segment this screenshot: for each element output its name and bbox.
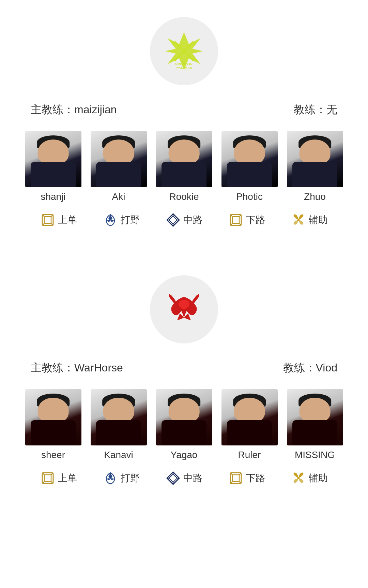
player-card-aki: Aki [88, 131, 149, 202]
nip-logo-icon: NINJAS IN PYJAMAS [160, 27, 208, 75]
nip-role-support-label: 辅助 [309, 214, 328, 226]
jdg-coaching-row: 主教练：WarHorse 教练：Viod [14, 354, 354, 382]
svg-rect-38 [232, 475, 239, 482]
nip-team-section: NINJAS IN PYJAMAS 主教练：maizijian 教练：无 sha… [0, 0, 368, 238]
nip-role-support: 辅助 [291, 212, 328, 227]
svg-point-43 [297, 477, 300, 479]
player-name-sheer: sheer [41, 450, 65, 460]
nip-logo-circle: NINJAS IN PYJAMAS [150, 17, 218, 85]
player-card-ruler: Ruler [219, 389, 280, 460]
player-card-yagao: Yagao [153, 389, 215, 460]
top-lane-icon [40, 212, 55, 227]
player-name-rookie: Rookie [169, 191, 199, 202]
player-card-kanavi: Kanavi [88, 389, 149, 460]
jdg-top-lane-icon [40, 471, 55, 486]
nip-roles-row: 上单 打野 [14, 202, 354, 238]
support-icon [291, 212, 306, 227]
nip-role-jungle: 打野 [103, 212, 140, 227]
nip-logo-container: NINJAS IN PYJAMAS [14, 0, 354, 95]
player-photo-yagao [156, 389, 212, 445]
jdg-role-bot-label: 下路 [246, 472, 265, 485]
player-card-missing: MISSING [284, 389, 346, 460]
mid-lane-icon [166, 212, 181, 227]
nip-players-row: shanji Aki Rookie [14, 124, 354, 202]
nip-role-jungle-label: 打野 [121, 214, 140, 226]
player-card-shanji: shanji [22, 131, 84, 202]
player-name-photic: Photic [236, 191, 263, 202]
player-photo-ruler [221, 389, 278, 445]
player-photo-sheer [25, 389, 81, 445]
player-card-zhuo: Zhuo [284, 131, 346, 202]
player-name-yagao: Yagao [171, 450, 198, 460]
bot-lane-icon [228, 212, 243, 227]
player-name-zhuo: Zhuo [304, 191, 326, 202]
player-card-rookie: Rookie [153, 131, 215, 202]
jdg-role-jungle: 打野 [103, 471, 140, 486]
jdg-team-section: 主教练：WarHorse 教练：Viod sheer [0, 258, 368, 496]
nip-role-bot: 下路 [228, 212, 265, 227]
nip-role-top: 上单 [40, 212, 77, 227]
player-name-missing: MISSING [295, 450, 335, 460]
nip-role-top-label: 上单 [58, 214, 77, 226]
player-photo-kanavi [91, 389, 147, 445]
jdg-coach-info: 教练：Viod [283, 361, 337, 376]
jdg-role-support: 辅助 [291, 471, 328, 486]
player-name-ruler: Ruler [238, 450, 261, 460]
team-divider [0, 238, 368, 258]
player-photo-zhuo [287, 131, 343, 187]
svg-point-24 [297, 219, 300, 221]
player-name-kanavi: Kanavi [104, 450, 133, 460]
jungle-icon [103, 212, 118, 227]
svg-rect-26 [44, 475, 51, 482]
player-photo-rookie [156, 131, 212, 187]
jdg-jungle-icon [103, 471, 118, 486]
nip-role-bot-label: 下路 [246, 214, 265, 226]
jdg-support-icon [291, 471, 306, 486]
jdg-logo-container [14, 258, 354, 354]
player-photo-missing [287, 389, 343, 445]
nip-coaching-row: 主教练：maizijian 教练：无 [14, 95, 354, 124]
jdg-roles-row: 上单 打野 [14, 460, 354, 496]
jdg-role-mid-label: 中路 [183, 472, 202, 485]
jdg-logo-circle [150, 275, 218, 343]
jdg-mid-lane-icon [166, 471, 181, 486]
jdg-role-bot: 下路 [228, 471, 265, 486]
player-photo-shanji [25, 131, 81, 187]
player-name-shanji: shanji [41, 191, 65, 202]
jdg-role-top-label: 上单 [58, 472, 77, 485]
player-photo-aki [91, 131, 147, 187]
jdg-bot-lane-icon [228, 471, 243, 486]
nip-role-mid-label: 中路 [183, 214, 202, 226]
svg-rect-19 [232, 217, 239, 223]
jdg-head-coach-info: 主教练：WarHorse [31, 361, 123, 376]
nip-head-coach-label: 主教练：maizijian [31, 102, 117, 117]
jdg-logo-icon [157, 292, 211, 326]
player-name-aki: Aki [112, 191, 125, 202]
jdg-role-support-label: 辅助 [309, 472, 328, 485]
nip-coach-label: 教练：无 [294, 102, 337, 117]
jdg-players-row: sheer Kanavi Yagao [14, 382, 354, 460]
svg-rect-7 [44, 217, 51, 223]
jdg-role-jungle-label: 打野 [121, 472, 140, 485]
jdg-role-mid: 中路 [166, 471, 202, 486]
player-photo-photic [221, 131, 278, 187]
player-card-photic: Photic [219, 131, 280, 202]
nip-role-mid: 中路 [166, 212, 202, 227]
player-card-sheer: sheer [22, 389, 84, 460]
jdg-role-top: 上单 [40, 471, 77, 486]
svg-text:PYJAMAS: PYJAMAS [176, 66, 193, 70]
svg-text:NINJAS IN: NINJAS IN [175, 62, 193, 66]
